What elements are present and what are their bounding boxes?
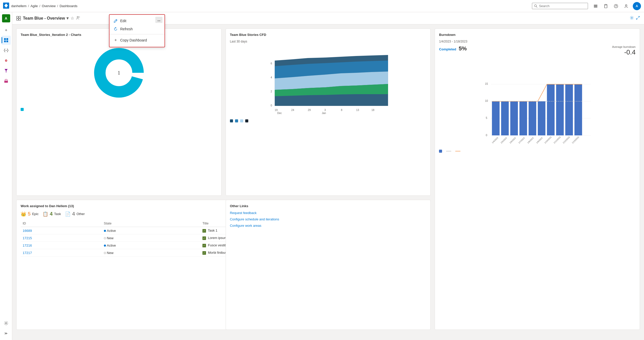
dashboard-favorite-icon[interactable]: ☆ <box>71 16 74 21</box>
cfd-legend-active <box>235 119 238 122</box>
svg-rect-18 <box>4 81 8 83</box>
svg-text:1/11/2023: 1/11/2023 <box>553 136 561 144</box>
task-label: Task <box>54 212 61 216</box>
sidebar-testplans-btn[interactable] <box>2 66 11 75</box>
svg-text:Dec: Dec <box>277 112 282 115</box>
svg-text:1: 1 <box>118 70 120 76</box>
burndown-stats: Completed 5% Average burndown -0.4 <box>439 45 636 56</box>
sidebar-avatar[interactable]: A <box>2 14 10 22</box>
burndown-avg-stat: Average burndown -0.4 <box>612 45 636 56</box>
legend-dot-active <box>21 108 24 111</box>
cell-state: Active <box>102 242 200 249</box>
svg-text:10: 10 <box>485 100 488 102</box>
svg-text:1/4/2023: 1/4/2023 <box>491 137 499 144</box>
svg-rect-11 <box>4 38 6 40</box>
cell-id: 17216 <box>21 242 102 249</box>
svg-text:1/7/2023: 1/7/2023 <box>518 137 525 144</box>
sidebar-collapse-btn[interactable]: ≫ <box>2 329 11 338</box>
svg-text:3: 3 <box>324 109 326 111</box>
search-box[interactable] <box>532 3 588 9</box>
settings-icon <box>4 321 8 325</box>
dashboard-expand-icon[interactable] <box>636 16 640 21</box>
svg-text:8: 8 <box>341 109 342 111</box>
cell-state: New <box>102 234 200 242</box>
notifications-icon[interactable] <box>592 3 599 10</box>
breadcrumb-overview[interactable]: Overview <box>42 4 56 8</box>
refresh-menu-item[interactable]: Refresh <box>109 25 165 33</box>
sidebar-artifacts-btn[interactable] <box>2 76 11 86</box>
app-logo[interactable] <box>3 3 9 9</box>
cell-id: 16689 <box>21 227 102 234</box>
help-icon[interactable]: ? <box>612 3 620 10</box>
dashboard-dropdown-menu: Edit Refresh ... ＋ Copy Dashboard <box>109 14 165 47</box>
search-icon <box>534 4 538 8</box>
summary-epic: 👑 5 Epic <box>21 211 38 217</box>
breadcrumb-dashboards[interactable]: Dashboards <box>60 4 77 8</box>
other-link-item[interactable]: Configure schedule and iterations <box>230 217 427 221</box>
search-input[interactable] <box>539 4 586 8</box>
svg-text:1/13/2023: 1/13/2023 <box>571 136 580 144</box>
other-links-card: Other Links Request feedbackConfigure sc… <box>226 200 431 330</box>
epic-count: 5 <box>28 211 31 217</box>
task-count: 4 <box>50 211 52 217</box>
svg-text:?: ? <box>615 5 617 8</box>
bar-2 <box>510 101 518 135</box>
nav-icons: ? A <box>592 2 641 10</box>
burndown-legend-burndown <box>455 151 460 151</box>
bar-6 <box>547 84 555 135</box>
user-avatar[interactable]: A <box>633 2 641 10</box>
svg-text:18: 18 <box>371 109 374 111</box>
svg-rect-14 <box>6 40 8 42</box>
svg-text:15: 15 <box>485 82 488 85</box>
other-icon: 📄 <box>65 211 71 217</box>
dashboard-team-icon[interactable] <box>76 16 80 21</box>
other-link-item[interactable]: Request feedback <box>230 211 427 215</box>
svg-line-28 <box>636 18 638 19</box>
cfd-chart-svg: 0 2 4 6 <box>230 45 427 117</box>
breadcrumb-danhellem[interactable]: danhellem <box>11 4 26 8</box>
testplans-icon <box>4 68 8 73</box>
svg-rect-4 <box>594 6 597 6</box>
clipboard-icon[interactable] <box>602 3 609 10</box>
dashboard-settings-icon[interactable] <box>630 16 634 21</box>
main-content: Team Blue - Overview ▾ ☆ Edit <box>12 12 644 340</box>
breadcrumb-agile[interactable]: Agile <box>31 4 38 8</box>
burndown-avg-value: -0.4 <box>612 48 636 56</box>
dashboard-grid: Team Blue_Stories_Iteration 2 - Charts 1 <box>12 24 644 334</box>
svg-text:13: 13 <box>356 109 359 111</box>
other-link-item[interactable]: Configure work areas <box>230 224 427 228</box>
svg-text:5: 5 <box>486 117 487 119</box>
cfd-legend-new <box>245 119 248 122</box>
dashboard-grid-icon <box>16 16 21 21</box>
top-nav: danhellem / Agile / Overview / Dashboard… <box>0 0 644 12</box>
burndown-avg-label: Average burndown <box>612 45 636 48</box>
burndown-completed-pct: 5% <box>459 45 467 52</box>
more-menu-item[interactable]: ... <box>155 17 162 23</box>
epic-icon: 👑 <box>21 211 26 217</box>
sidebar-left: A ＋ <box>0 12 12 340</box>
user-settings-icon[interactable] <box>623 3 630 10</box>
sidebar-settings-btn[interactable] <box>2 319 11 328</box>
breadcrumb: danhellem / Agile / Overview / Dashboard… <box>11 4 77 8</box>
burndown-legend-completed <box>439 150 442 153</box>
app-layout: A ＋ <box>0 12 644 340</box>
svg-rect-5 <box>594 7 597 7</box>
svg-text:1/8/2023: 1/8/2023 <box>527 137 534 144</box>
repos-icon <box>4 48 8 53</box>
svg-point-1 <box>535 5 537 7</box>
dashboard-title: Team Blue - Overview ▾ <box>23 16 68 21</box>
bar-7 <box>556 84 564 135</box>
svg-point-19 <box>5 322 7 324</box>
sidebar-pipelines-btn[interactable] <box>2 56 11 65</box>
svg-rect-21 <box>19 16 21 18</box>
sidebar-new-btn[interactable]: ＋ <box>2 25 11 35</box>
summary-other: 📄 4 Other <box>65 211 85 217</box>
copy-dashboard-menu-item[interactable]: ＋ Copy Dashboard <box>109 35 165 45</box>
svg-rect-7 <box>605 4 607 5</box>
sidebar-repos-btn[interactable] <box>2 46 11 55</box>
dashboard-chevron-icon[interactable]: ▾ <box>66 16 68 21</box>
sidebar-boards-btn[interactable] <box>2 36 11 45</box>
cell-id: 17215 <box>21 234 102 242</box>
links-container: Request feedbackConfigure schedule and i… <box>230 211 427 228</box>
svg-text:0: 0 <box>486 134 487 137</box>
